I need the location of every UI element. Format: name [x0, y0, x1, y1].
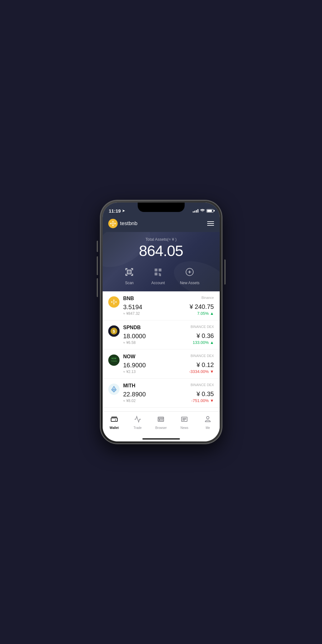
spndb-exchange: BINANCE DEX: [191, 325, 214, 329]
signal-icon: [193, 209, 198, 213]
svg-text:$: $: [113, 329, 115, 333]
home-indicator: [103, 438, 220, 441]
bnb-fiat: ≈ ¥847.32: [123, 311, 142, 316]
total-amount: 864.05: [109, 243, 213, 259]
asset-item-spndb[interactable]: $ SPNDB BINANCE DEX 18.0000 ≈ ¥6.58: [103, 320, 220, 350]
wallet-label: Wallet: [110, 426, 119, 430]
spndb-logo: $: [108, 325, 120, 337]
app-header: testbnb: [103, 216, 220, 232]
svg-text:TOKEN: TOKEN: [111, 360, 117, 362]
brand-name: testbnb: [120, 220, 138, 227]
trade-icon: [134, 415, 141, 425]
brand: testbnb: [108, 219, 138, 228]
nav-wallet[interactable]: Wallet: [103, 414, 126, 431]
spndb-fiat: ≈ ¥6.58: [123, 340, 146, 345]
trade-label: Trade: [134, 426, 142, 430]
nav-me[interactable]: Me: [196, 414, 220, 431]
now-exchange: BINANCE DEX: [191, 354, 214, 358]
mith-exchange: BINANCE DEX: [191, 383, 214, 387]
spndb-symbol: SPNDB: [123, 325, 141, 330]
news-icon: [181, 415, 188, 425]
svg-text:NOW: NOW: [111, 357, 116, 360]
news-label: News: [181, 426, 188, 430]
menu-button[interactable]: [207, 221, 214, 226]
asset-list: BNB Binance 3.5194 ≈ ¥847.32 ¥ 240.75: [103, 291, 220, 411]
now-logo: NOW TOKEN: [108, 355, 120, 366]
asset-item-now[interactable]: NOW TOKEN NOW BINANCE DEX 16.9000 ≈ ¥: [103, 350, 220, 379]
mith-fiat: ≈ ¥8.02: [123, 399, 146, 403]
browser-icon: [157, 415, 165, 425]
new-assets-label: New Assets: [180, 281, 200, 285]
location-icon: ➤: [122, 209, 125, 213]
hero-section: Total Assets(≈ ¥ ) 864.05 Scan: [103, 232, 220, 291]
home-bar: [142, 438, 180, 440]
time-display: 11:19: [109, 208, 121, 214]
hero-actions: Scan Account: [109, 265, 213, 285]
scan-label: Scan: [125, 281, 134, 285]
bnb-price: ¥ 240.75: [190, 303, 214, 310]
nav-browser[interactable]: Browser: [149, 414, 173, 431]
now-price: ¥ 0.12: [189, 361, 214, 369]
bnb-logo: [108, 296, 120, 308]
spndb-balance: 18.0000: [123, 333, 146, 340]
nav-trade[interactable]: Trade: [126, 414, 149, 431]
bnb-change: 7.05% ▲: [190, 311, 214, 316]
account-label: Account: [151, 281, 165, 285]
battery-icon: [207, 209, 213, 213]
me-label: Me: [206, 426, 210, 430]
qr-icon: [151, 265, 165, 279]
bnb-info: BNB Binance 3.5194 ≈ ¥847.32 ¥ 240.75: [123, 296, 214, 316]
mith-balance: 22.8900: [123, 391, 146, 398]
spndb-info: SPNDB BINANCE DEX 18.0000 ≈ ¥6.58 ¥ 0.36: [123, 325, 214, 345]
mith-change-value: -751.00%: [191, 398, 209, 403]
now-change: -3334.00% ▼: [189, 369, 214, 374]
brand-logo: [108, 219, 118, 228]
now-fiat: ≈ ¥2.13: [123, 370, 146, 374]
wallet-icon: [110, 415, 118, 425]
wifi-icon: [200, 209, 205, 213]
svg-rect-27: [161, 419, 163, 420]
asset-item-bnb[interactable]: BNB Binance 3.5194 ≈ ¥847.32 ¥ 240.75: [103, 291, 220, 320]
scan-icon: [122, 265, 136, 279]
status-icons: [193, 209, 213, 213]
me-icon: [204, 415, 212, 425]
total-assets-label: Total Assets(≈ ¥ ): [109, 237, 213, 242]
mith-logo: [108, 384, 120, 395]
bottom-nav: Wallet Trade: [103, 411, 220, 438]
bnb-symbol: BNB: [123, 296, 134, 301]
bnb-balance: 3.5194: [123, 304, 142, 311]
now-info: NOW BINANCE DEX 16.9000 ≈ ¥2.13 ¥ 0.12: [123, 354, 214, 374]
bnb-change-value: 7.05%: [197, 311, 209, 316]
browser-label: Browser: [155, 426, 167, 430]
asset-item-mith[interactable]: MITH BINANCE DEX 22.8900 ≈ ¥8.02 ¥ 0.35: [103, 379, 220, 408]
spndb-price: ¥ 0.36: [193, 332, 214, 340]
plus-circle-icon: [183, 265, 197, 279]
spndb-change-value: 133.00%: [193, 340, 209, 345]
bnb-exchange: Binance: [202, 296, 214, 299]
now-symbol: NOW: [123, 354, 135, 360]
svg-rect-26: [159, 419, 161, 420]
scan-button[interactable]: Scan: [122, 265, 136, 285]
mith-info: MITH BINANCE DEX 22.8900 ≈ ¥8.02 ¥ 0.35: [123, 383, 214, 403]
svg-point-7: [186, 268, 193, 275]
mith-change: -751.00% ▼: [191, 398, 214, 403]
account-button[interactable]: Account: [151, 265, 165, 285]
mith-price: ¥ 0.35: [191, 390, 214, 398]
now-change-value: -3334.00%: [189, 369, 209, 374]
nav-news[interactable]: News: [173, 414, 196, 431]
mith-symbol: MITH: [123, 383, 135, 389]
now-balance: 16.9000: [123, 362, 146, 369]
new-assets-button[interactable]: New Assets: [180, 265, 200, 285]
svg-rect-28: [161, 420, 163, 420]
status-time: 11:19 ➤: [109, 208, 125, 214]
spndb-change: 133.00% ▲: [193, 340, 214, 345]
